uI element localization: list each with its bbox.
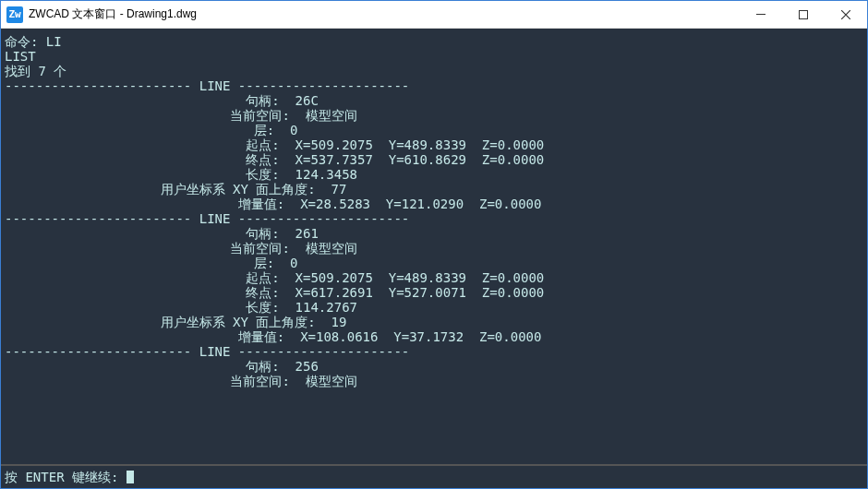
minimize-button[interactable] xyxy=(740,1,782,28)
input-cursor xyxy=(127,471,134,483)
text-window-terminal: 命令: LI LIST 找到 7 个 ---------------------… xyxy=(1,29,867,488)
window-titlebar: Zw ZWCAD 文本窗口 - Drawing1.dwg xyxy=(1,1,867,29)
close-button[interactable] xyxy=(825,1,867,28)
close-icon xyxy=(841,10,850,19)
prompt-label: 按 ENTER 键继续: xyxy=(5,470,127,484)
window-title: ZWCAD 文本窗口 - Drawing1.dwg xyxy=(29,6,740,22)
window-controls xyxy=(740,1,867,28)
svg-rect-1 xyxy=(800,10,808,18)
terminal-output: 命令: LI LIST 找到 7 个 ---------------------… xyxy=(1,29,867,465)
minimize-icon xyxy=(756,14,766,15)
svg-rect-0 xyxy=(756,14,766,15)
prompt-row[interactable]: 按 ENTER 键继续: xyxy=(1,465,867,488)
maximize-button[interactable] xyxy=(782,1,825,28)
maximize-icon xyxy=(799,10,808,19)
app-icon: Zw xyxy=(6,6,23,23)
